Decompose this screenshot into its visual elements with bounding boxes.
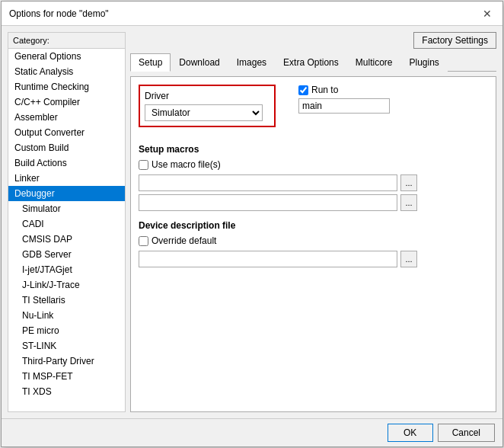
macro-input2-row: ... — [139, 194, 488, 211]
device-input[interactable] — [139, 251, 397, 267]
dialog-title: Options for node "demo" — [9, 8, 109, 19]
browse-button-1[interactable]: ... — [400, 174, 417, 191]
sidebar-item-ti-xds[interactable]: TI XDS — [8, 384, 125, 399]
run-to-label: Run to — [311, 85, 338, 95]
factory-settings-button[interactable]: Factory Settings — [413, 32, 496, 49]
factory-btn-row: Factory Settings — [130, 32, 496, 49]
macro-input1[interactable] — [139, 174, 397, 191]
use-macro-files-label: Use macro file(s) — [152, 159, 221, 170]
top-section: Driver Simulator Run to — [139, 85, 488, 135]
override-default-row: Override default — [139, 235, 488, 246]
device-description-section: Device description file Override default… — [139, 220, 488, 267]
tab-extra-options[interactable]: Extra Options — [275, 53, 347, 72]
content-panel: Driver Simulator Run to — [130, 76, 496, 412]
override-default-label: Override default — [152, 235, 216, 246]
setup-macros-title: Setup macros — [139, 144, 488, 155]
driver-section: Driver Simulator — [139, 85, 276, 127]
sidebar-item-build-actions[interactable]: Build Actions — [8, 155, 125, 171]
driver-label: Driver — [145, 91, 270, 101]
use-macro-files-row: Use macro file(s) — [139, 159, 488, 170]
tab-plugins[interactable]: Plugins — [400, 53, 447, 72]
device-desc-title: Device description file — [139, 220, 488, 231]
sidebar-item-cadi[interactable]: CADI — [8, 216, 125, 232]
run-to-section: Run to — [298, 85, 390, 114]
browse-button-3[interactable]: ... — [400, 251, 417, 267]
tab-images[interactable]: Images — [228, 53, 275, 72]
sidebar-item-nu-link[interactable]: Nu-Link — [8, 308, 125, 323]
tab-setup[interactable]: Setup — [130, 53, 171, 72]
sidebar-item-static-analysis[interactable]: Static Analysis — [8, 64, 125, 79]
sidebar-item-linker[interactable]: Linker — [8, 171, 125, 186]
tab-download[interactable]: Download — [171, 53, 228, 72]
sidebar-item-general-options[interactable]: General Options — [8, 49, 125, 64]
sidebar-item-runtime-checking[interactable]: Runtime Checking — [8, 79, 125, 94]
driver-select[interactable]: Simulator — [145, 104, 263, 121]
tabs-row: SetupDownloadImagesExtra OptionsMulticor… — [130, 53, 496, 72]
sidebar-item-ti-msp-fet[interactable]: TI MSP-FET — [8, 369, 125, 384]
sidebar-item-simulator[interactable]: Simulator — [8, 201, 125, 216]
override-default-checkbox[interactable] — [139, 236, 148, 246]
main-content: Factory Settings SetupDownloadImagesExtr… — [130, 32, 496, 412]
category-label: Category: — [8, 33, 125, 49]
sidebar-item-assembler[interactable]: Assembler — [8, 110, 125, 125]
sidebar-item-output-converter[interactable]: Output Converter — [8, 125, 125, 140]
driver-select-row: Simulator — [145, 104, 270, 121]
sidebar-item-debugger[interactable]: Debugger — [8, 186, 125, 201]
dialog-body: Category: General OptionsStatic Analysis… — [2, 26, 502, 418]
sidebar-item-custom-build[interactable]: Custom Build — [8, 140, 125, 155]
options-dialog: Options for node "demo" ✕ Category: Gene… — [1, 1, 503, 447]
sidebar-item-ti-stellaris[interactable]: TI Stellaris — [8, 293, 125, 308]
sidebar-item-st-link[interactable]: ST-LINK — [8, 338, 125, 354]
title-bar: Options for node "demo" ✕ — [2, 2, 502, 26]
cancel-button[interactable]: Cancel — [438, 424, 495, 442]
run-to-checkbox[interactable] — [298, 85, 308, 95]
sidebar: Category: General OptionsStatic Analysis… — [8, 32, 126, 412]
tab-multicore[interactable]: Multicore — [347, 53, 401, 72]
sidebar-item-gdb-server[interactable]: GDB Server — [8, 247, 125, 262]
use-macro-files-checkbox[interactable] — [139, 160, 148, 170]
footer: OK Cancel — [2, 418, 502, 446]
sidebar-item-i-jet-jtagjet[interactable]: I-jet/JTAGjet — [8, 262, 125, 277]
sidebar-item-jlink-jtrace[interactable]: J-Link/J-Trace — [8, 277, 125, 293]
ok-button[interactable]: OK — [388, 424, 433, 442]
device-input-row: ... — [139, 251, 488, 267]
sidebar-item-third-party-driver[interactable]: Third-Party Driver — [8, 354, 125, 369]
run-to-input[interactable] — [298, 98, 390, 114]
setup-macros-section: Setup macros Use macro file(s) ... ... — [139, 144, 488, 211]
browse-button-2[interactable]: ... — [400, 194, 417, 211]
sidebar-item-cpp-compiler[interactable]: C/C++ Compiler — [8, 94, 125, 110]
sidebar-item-cmsis-dap[interactable]: CMSIS DAP — [8, 232, 125, 247]
sidebar-item-pe-micro[interactable]: PE micro — [8, 323, 125, 338]
close-button[interactable]: ✕ — [480, 6, 495, 21]
run-to-checkbox-row: Run to — [298, 85, 390, 95]
macro-input1-row: ... — [139, 174, 488, 191]
macro-input2[interactable] — [139, 194, 397, 211]
